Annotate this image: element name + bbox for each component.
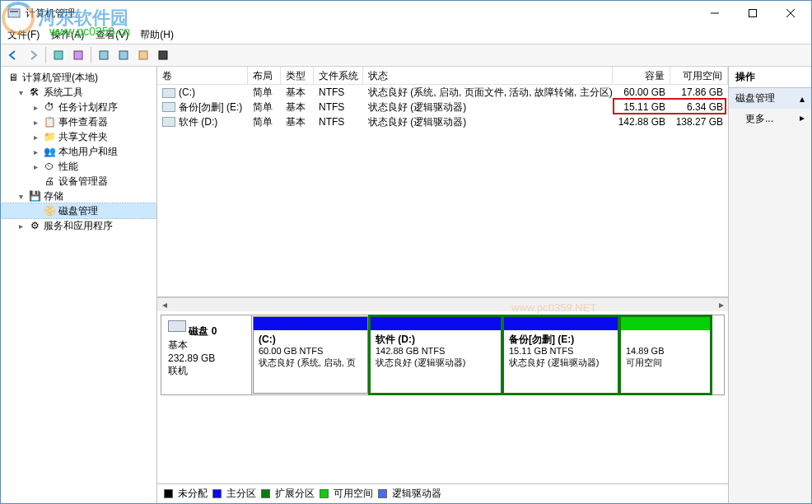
up-arrow-icon: ▴ bbox=[800, 93, 805, 105]
legend-ext: 扩展分区 bbox=[275, 487, 315, 501]
disk-icon bbox=[168, 320, 186, 332]
svg-rect-8 bbox=[100, 51, 108, 59]
actions-more[interactable]: 更多...▸ bbox=[729, 109, 811, 129]
arrow-down-icon[interactable]: ▾ bbox=[16, 192, 26, 201]
table-row[interactable]: 软件 (D:)简单基本NTFS状态良好 (逻辑驱动器)142.88 GB138.… bbox=[157, 114, 728, 129]
arrow-right-icon[interactable]: ▸ bbox=[16, 222, 26, 231]
svg-rect-1 bbox=[10, 11, 18, 12]
menu-file[interactable]: 文件(F) bbox=[7, 28, 40, 42]
col-free[interactable]: 可用空间 bbox=[670, 67, 728, 84]
tb-icon-1[interactable] bbox=[49, 46, 68, 64]
arrow-right-icon[interactable]: ▸ bbox=[30, 133, 40, 142]
folder-icon: 📁 bbox=[43, 130, 56, 143]
col-cap[interactable]: 容量 bbox=[613, 67, 670, 84]
svg-rect-11 bbox=[159, 51, 167, 59]
col-fs[interactable]: 文件系统 bbox=[314, 67, 363, 84]
app-icon bbox=[7, 7, 21, 20]
svg-rect-6 bbox=[54, 51, 63, 59]
actions-sub[interactable]: 磁盘管理▴ bbox=[729, 88, 811, 109]
tree-eventviewer[interactable]: ▸📋事件查看器 bbox=[1, 114, 156, 129]
toolbar bbox=[1, 44, 811, 67]
volume-header: 卷 布局 类型 文件系统 状态 容量 可用空间 bbox=[157, 67, 728, 85]
disk-row[interactable]: 磁盘 0 基本 232.89 GB 联机 (C:)60.00 GB NTFS状态… bbox=[161, 315, 725, 395]
legend-free: 可用空间 bbox=[334, 487, 373, 501]
partition-strip bbox=[371, 317, 501, 330]
disk-type: 基本 bbox=[168, 339, 188, 351]
services-icon: ⚙ bbox=[28, 219, 41, 232]
menu-help[interactable]: 帮助(H) bbox=[140, 28, 174, 42]
tree-devmgr[interactable]: 🖨设备管理器 bbox=[1, 174, 156, 189]
svg-rect-9 bbox=[119, 51, 128, 59]
storage-icon: 💾 bbox=[28, 189, 41, 203]
tree-perf[interactable]: ▸⏲性能 bbox=[1, 159, 156, 174]
tb-icon-6[interactable] bbox=[154, 46, 172, 64]
back-button[interactable] bbox=[4, 46, 22, 64]
menu-view[interactable]: 查看(V) bbox=[96, 28, 128, 42]
users-icon: 👥 bbox=[43, 145, 56, 158]
computer-icon: 🖥 bbox=[7, 71, 20, 84]
table-row[interactable]: (C:)简单基本NTFS状态良好 (系统, 启动, 页面文件, 活动, 故障转储… bbox=[157, 85, 728, 100]
volume-icon bbox=[162, 102, 175, 112]
close-button[interactable] bbox=[772, 1, 810, 26]
arrow-right-icon[interactable]: ▸ bbox=[30, 118, 40, 127]
volume-icon bbox=[162, 88, 175, 98]
disk-size: 232.89 GB bbox=[168, 352, 215, 364]
arrow-right-icon[interactable]: ▸ bbox=[30, 103, 40, 112]
tree-pane[interactable]: 🖥计算机管理(本地) ▾🛠系统工具 ▸⏱任务计划程序 ▸📋事件查看器 ▸📁共享文… bbox=[1, 67, 157, 503]
right-arrow-icon: ▸ bbox=[800, 112, 805, 126]
tb-icon-4[interactable] bbox=[114, 46, 133, 64]
tree-tasksched[interactable]: ▸⏱任务计划程序 bbox=[1, 100, 156, 114]
partition[interactable]: 14.89 GB可用空间 bbox=[620, 316, 711, 394]
disk-info[interactable]: 磁盘 0 基本 232.89 GB 联机 bbox=[161, 315, 252, 394]
volume-icon bbox=[162, 117, 175, 127]
legend-unalloc: 未分配 bbox=[178, 487, 208, 501]
partition-strip bbox=[504, 317, 618, 330]
tb-icon-5[interactable] bbox=[134, 46, 152, 64]
disk-online: 联机 bbox=[168, 365, 188, 376]
disk-map[interactable]: 磁盘 0 基本 232.89 GB 联机 (C:)60.00 GB NTFS状态… bbox=[157, 311, 728, 483]
tree-users[interactable]: ▸👥本地用户和组 bbox=[1, 144, 156, 159]
tree-root[interactable]: 🖥计算机管理(本地) bbox=[1, 70, 156, 85]
arrow-down-icon[interactable]: ▾ bbox=[16, 88, 26, 97]
svg-rect-7 bbox=[74, 51, 82, 59]
forward-button[interactable] bbox=[24, 46, 42, 64]
tree-services[interactable]: ▸⚙服务和应用程序 bbox=[1, 218, 156, 233]
tree-storage[interactable]: ▾💾存储 bbox=[1, 189, 156, 203]
tools-icon: 🛠 bbox=[28, 86, 41, 99]
partition[interactable]: 备份[勿删] (E:)15.11 GB NTFS状态良好 (逻辑驱动器) bbox=[503, 316, 618, 394]
disk-icon: 📀 bbox=[43, 204, 56, 217]
device-icon: 🖨 bbox=[43, 175, 56, 188]
legend: 未分配 主分区 扩展分区 可用空间 逻辑驱动器 bbox=[157, 483, 728, 503]
legend-logical: 逻辑驱动器 bbox=[392, 487, 441, 501]
titlebar[interactable]: 计算机管理 bbox=[1, 1, 811, 26]
arrow-right-icon[interactable]: ▸ bbox=[30, 162, 40, 171]
scroll-right-icon[interactable]: ▸ bbox=[714, 298, 728, 312]
tb-icon-2[interactable] bbox=[69, 46, 87, 64]
partition-strip bbox=[621, 317, 710, 330]
col-type[interactable]: 类型 bbox=[281, 67, 314, 84]
h-scrollbar[interactable]: ◂ ▸ bbox=[157, 297, 728, 311]
svg-rect-0 bbox=[8, 9, 20, 17]
volume-list[interactable]: 卷 布局 类型 文件系统 状态 容量 可用空间 (C:)简单基本NTFS状态良好… bbox=[157, 67, 728, 297]
perf-icon: ⏲ bbox=[43, 160, 56, 173]
event-icon: 📋 bbox=[43, 115, 56, 128]
partition-strip bbox=[254, 317, 367, 330]
tree-shared[interactable]: ▸📁共享文件夹 bbox=[1, 129, 156, 144]
tree-diskmgmt[interactable]: 📀磁盘管理 bbox=[1, 203, 156, 218]
arrow-right-icon[interactable]: ▸ bbox=[30, 147, 40, 156]
scroll-left-icon[interactable]: ◂ bbox=[157, 298, 171, 312]
window-title: 计算机管理 bbox=[26, 7, 75, 21]
minimize-button[interactable] bbox=[696, 1, 734, 26]
col-vol[interactable]: 卷 bbox=[157, 67, 248, 84]
table-row[interactable]: 备份[勿删] (E:)简单基本NTFS状态良好 (逻辑驱动器)15.11 GB6… bbox=[157, 100, 728, 114]
partition[interactable]: (C:)60.00 GB NTFS状态良好 (系统, 启动, 页 bbox=[253, 316, 368, 394]
menubar: 文件(F) 操作(A) 查看(V) 帮助(H) bbox=[1, 26, 811, 44]
tb-icon-3[interactable] bbox=[95, 46, 113, 64]
col-status[interactable]: 状态 bbox=[363, 67, 613, 84]
partition[interactable]: 软件 (D:)142.88 GB NTFS状态良好 (逻辑驱动器) bbox=[370, 316, 502, 394]
tree-systools[interactable]: ▾🛠系统工具 bbox=[1, 85, 156, 100]
menu-action[interactable]: 操作(A) bbox=[51, 28, 84, 42]
maximize-button[interactable] bbox=[734, 1, 772, 26]
col-layout[interactable]: 布局 bbox=[248, 67, 281, 84]
actions-header: 操作 bbox=[729, 67, 811, 88]
